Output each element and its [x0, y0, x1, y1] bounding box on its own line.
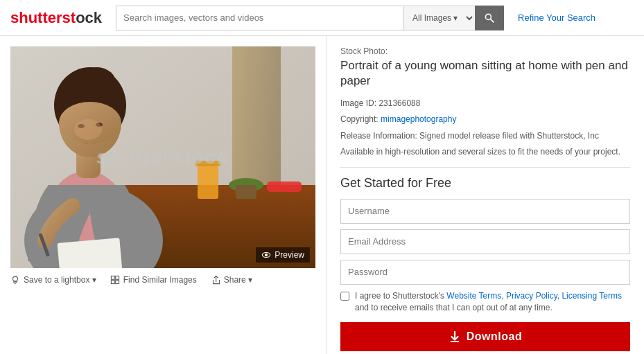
- image-id-row: Image ID: 231366088: [340, 97, 630, 110]
- logo-ock-text: ock: [76, 9, 102, 27]
- svg-rect-7: [198, 164, 218, 199]
- logo-shutter-text: shutter: [10, 9, 62, 27]
- svg-rect-10: [236, 185, 256, 199]
- save-lightbox-button[interactable]: Save to a lightbox ▾: [10, 275, 96, 285]
- svg-point-23: [74, 119, 102, 140]
- right-panel: Stock Photo: Portrait of a young woman s…: [326, 36, 644, 354]
- download-label: Download: [467, 330, 522, 343]
- image-actions: Save to a lightbox ▾ Find Similar Images…: [10, 275, 315, 285]
- share-label: Share ▾: [224, 275, 252, 285]
- terms-checkbox[interactable]: [340, 292, 349, 301]
- find-similar-label: Find Similar Images: [123, 275, 197, 285]
- refine-search-link[interactable]: Refine Your Search: [518, 12, 595, 23]
- svg-rect-11: [267, 182, 302, 192]
- terms-text-after: and to receive emails that I can opt out…: [355, 303, 552, 312]
- download-icon: [449, 330, 461, 343]
- share-icon: [211, 275, 220, 285]
- svg-rect-8: [195, 161, 220, 166]
- svg-rect-29: [111, 276, 114, 279]
- search-input[interactable]: [116, 6, 403, 30]
- privacy-policy-link[interactable]: Privacy Policy: [506, 291, 557, 301]
- terms-row: I agree to Shutterstock's Website Terms,…: [340, 290, 630, 314]
- get-started-title: Get Started for Free: [340, 176, 630, 191]
- svg-point-26: [13, 276, 18, 281]
- download-button[interactable]: Download: [340, 322, 630, 351]
- section-divider: [340, 167, 630, 168]
- release-label: Release Information:: [340, 131, 417, 141]
- save-lightbox-label: Save to a lightbox ▾: [24, 275, 96, 285]
- image-id-label: Image ID:: [340, 98, 376, 108]
- grid-icon: [110, 275, 120, 285]
- copyright-row: Copyright: mimagephotography: [340, 113, 630, 126]
- left-panel: shutterstock Preview Save to a lightbox …: [0, 36, 326, 354]
- preview-badge[interactable]: Preview: [256, 247, 310, 263]
- svg-rect-27: [14, 281, 17, 283]
- password-input[interactable]: [340, 260, 630, 285]
- svg-rect-30: [115, 276, 119, 279]
- search-area: All Images ▾: [116, 6, 504, 30]
- header: shutterstock All Images ▾ Refine Your Se…: [0, 0, 644, 36]
- share-button[interactable]: Share ▾: [211, 275, 252, 285]
- release-text: Signed model release filed with Shutters…: [419, 131, 599, 141]
- eye-icon: [261, 250, 271, 260]
- terms-text-before: I agree to Shutterstock's: [355, 291, 446, 301]
- username-input[interactable]: [340, 199, 630, 224]
- copyright-link[interactable]: mimagephotography: [381, 114, 456, 124]
- terms-comma1: ,: [501, 291, 506, 301]
- copyright-label: Copyright:: [340, 114, 378, 124]
- stock-photo-label: Stock Photo:: [340, 46, 630, 56]
- search-category-select[interactable]: All Images ▾: [403, 6, 475, 30]
- svg-rect-33: [450, 341, 459, 342]
- search-icon: [484, 12, 495, 24]
- svg-rect-31: [111, 281, 114, 284]
- svg-rect-32: [115, 281, 119, 284]
- image-container: shutterstock Preview: [10, 46, 315, 268]
- find-similar-button[interactable]: Find Similar Images: [110, 275, 197, 285]
- logo[interactable]: shutterstock: [10, 9, 102, 27]
- preview-label: Preview: [275, 250, 304, 260]
- image-id-value: 231366088: [378, 98, 420, 108]
- email-input[interactable]: [340, 229, 630, 254]
- svg-point-18: [78, 67, 116, 102]
- svg-point-0: [485, 14, 491, 19]
- logo-st-text: st: [62, 9, 76, 27]
- search-button[interactable]: [475, 6, 504, 30]
- release-row: Release Information: Signed model releas…: [340, 130, 630, 143]
- main-content: shutterstock Preview Save to a lightbox …: [0, 36, 644, 354]
- licensing-terms-link[interactable]: Licensing Terms: [562, 291, 621, 301]
- stock-photo-image: [10, 46, 315, 268]
- svg-point-25: [265, 254, 268, 256]
- svg-line-1: [491, 19, 494, 22]
- available-row: Available in high-resolution and several…: [340, 145, 630, 159]
- terms-text: I agree to Shutterstock's Website Terms,…: [355, 290, 630, 314]
- photo-title: Portrait of a young woman sitting at hom…: [340, 58, 630, 89]
- website-terms-link[interactable]: Website Terms: [446, 291, 501, 301]
- lightbulb-icon: [10, 275, 20, 285]
